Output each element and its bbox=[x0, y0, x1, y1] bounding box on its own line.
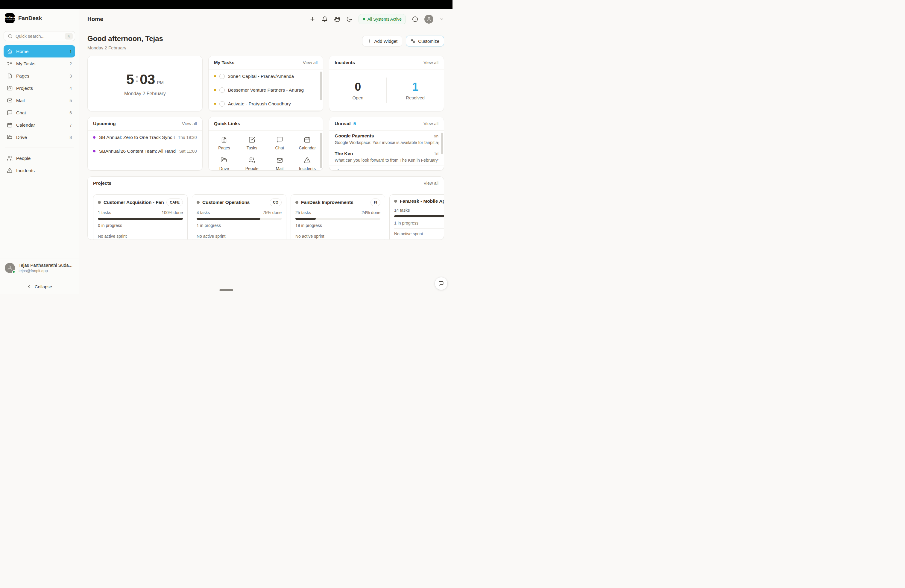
online-status-dot bbox=[12, 270, 15, 273]
notifications-button[interactable] bbox=[322, 16, 328, 22]
widget-header: Unread 5 View all bbox=[329, 117, 444, 130]
quick-link-label: People bbox=[245, 166, 259, 171]
event-row[interactable]: SBAnnual'26 Content Team: All Hands... S… bbox=[88, 144, 202, 158]
system-status-badge[interactable]: All Systems Active bbox=[359, 14, 406, 24]
message-sender: The Ken bbox=[335, 168, 353, 171]
chevron-down-icon[interactable] bbox=[440, 17, 444, 21]
incidents-stats: 0 Open 1 Resolved bbox=[329, 70, 444, 111]
priority-dot bbox=[214, 89, 216, 91]
greeting-date: Monday 2 February bbox=[87, 45, 163, 50]
sidebar-item-people[interactable]: People bbox=[3, 152, 75, 164]
quick-link-pages[interactable]: Pages bbox=[210, 133, 238, 154]
task-row[interactable]: Bessemer Venture Partners - Anurag bbox=[209, 83, 323, 97]
quick-link-label: Chat bbox=[275, 146, 284, 150]
view-all-link[interactable]: View all bbox=[424, 181, 438, 186]
project-task-count: 25 tasks bbox=[295, 210, 311, 215]
view-all-link[interactable]: View all bbox=[424, 121, 438, 126]
view-all-link[interactable]: View all bbox=[424, 60, 438, 65]
quick-link-people[interactable]: People bbox=[238, 154, 266, 171]
folder-open-icon bbox=[221, 157, 227, 164]
dark-mode-toggle[interactable] bbox=[346, 16, 352, 22]
info-button[interactable] bbox=[412, 16, 418, 22]
quick-link-calendar[interactable]: Calendar bbox=[294, 133, 321, 154]
quick-link-chat[interactable]: Chat bbox=[266, 133, 294, 154]
sidebar-item-mail[interactable]: Mail 5 bbox=[3, 94, 75, 106]
sidebar-item-count: 1 bbox=[70, 49, 72, 54]
sidebar-item-count: 7 bbox=[70, 123, 72, 127]
event-time: Thu 19:30 bbox=[178, 135, 197, 140]
quick-link-incidents[interactable]: Incidents bbox=[294, 154, 321, 171]
quick-link-label: Tasks bbox=[247, 146, 257, 150]
project-dot bbox=[197, 201, 200, 204]
project-in-progress: 1 in progress bbox=[394, 221, 444, 226]
sidebar-item-chat[interactable]: Chat 6 bbox=[3, 106, 75, 119]
sidebar-item-incidents[interactable]: Incidents bbox=[3, 164, 75, 176]
quick-link-drive[interactable]: Drive bbox=[210, 154, 238, 171]
quick-link-label: Calendar bbox=[299, 146, 316, 150]
sidebar-item-projects[interactable]: Projects 4 bbox=[3, 82, 75, 94]
project-sprint: No active sprint bbox=[197, 234, 282, 238]
quick-links-scrollbar[interactable] bbox=[320, 133, 322, 168]
sidebar-item-my-tasks[interactable]: My Tasks 2 bbox=[3, 57, 75, 70]
greeting-row: Good afternoon, Tejas Monday 2 February … bbox=[87, 35, 444, 50]
user-profile[interactable]: Tejas Parthasarathi Suda... tejas@fanpit… bbox=[0, 258, 79, 279]
view-all-link[interactable]: View all bbox=[182, 121, 197, 126]
customize-button[interactable]: Customize bbox=[406, 36, 444, 46]
task-row[interactable]: BoldCap - Sathya N.S bbox=[209, 111, 323, 111]
account-avatar[interactable] bbox=[424, 15, 433, 24]
widget-title: Projects bbox=[93, 181, 111, 186]
quick-link-mail[interactable]: Mail bbox=[266, 154, 294, 171]
project-card[interactable]: FanDesk - Mobile App 14 tasks 1 in progr… bbox=[389, 194, 444, 240]
bottom-drawer-handle[interactable] bbox=[220, 289, 233, 291]
unread-scrollbar[interactable] bbox=[441, 133, 443, 154]
task-checkbox[interactable] bbox=[219, 101, 225, 106]
widget-title: Quick Links bbox=[214, 121, 240, 126]
header-actions: All Systems Active bbox=[310, 14, 444, 24]
users-icon bbox=[7, 156, 13, 161]
message-sender: The Ken bbox=[335, 151, 353, 156]
open-label: Open bbox=[352, 95, 363, 100]
chat-bubble-icon bbox=[7, 110, 13, 116]
tasks-scrollbar[interactable] bbox=[320, 72, 322, 100]
calendar-icon bbox=[7, 122, 13, 128]
view-all-link[interactable]: View all bbox=[303, 60, 318, 65]
project-card[interactable]: FanDesk Improvements FI 25 tasks 24% don… bbox=[291, 194, 385, 240]
progress-bar bbox=[394, 215, 444, 217]
info-icon bbox=[412, 16, 418, 22]
sidebar-item-label: Pages bbox=[16, 73, 29, 79]
project-card[interactable]: Customer Acquisition - Fanp... CAFE 1 ta… bbox=[93, 194, 187, 240]
whats-new-button[interactable] bbox=[334, 16, 340, 22]
user-email: tejas@fanpit.app bbox=[19, 269, 72, 273]
project-sprint: No active sprint bbox=[394, 231, 444, 236]
progress-fill bbox=[394, 215, 444, 217]
add-widget-button[interactable]: Add Widget bbox=[362, 36, 403, 46]
collapse-button[interactable]: Collapse bbox=[0, 279, 79, 294]
sidebar-item-drive[interactable]: Drive 8 bbox=[3, 131, 75, 143]
message-row[interactable]: The Ken 1d What can you look forward to … bbox=[329, 148, 444, 166]
message-row[interactable]: Google Payments 9h Google Workspace: You… bbox=[329, 130, 444, 148]
event-row[interactable]: SB Annual: Zero to One Track Sync Up Thu… bbox=[88, 130, 202, 144]
main-area: Home All Systems Active Good afternoon, … bbox=[79, 9, 452, 294]
task-row[interactable]: 3one4 Capital - Pranav/Amanda bbox=[209, 70, 323, 83]
project-sprint: No active sprint bbox=[98, 234, 183, 238]
sidebar-item-calendar[interactable]: Calendar 7 bbox=[3, 119, 75, 131]
quick-link-label: Mail bbox=[276, 166, 283, 171]
task-row[interactable]: Activate - Pratyush Choudhury bbox=[209, 97, 323, 111]
add-button[interactable] bbox=[310, 16, 316, 22]
feedback-chat-button[interactable] bbox=[435, 277, 448, 290]
task-checkbox[interactable] bbox=[219, 87, 225, 93]
sidebar-item-home[interactable]: Home 1 bbox=[3, 45, 75, 57]
quick-link-tasks[interactable]: Tasks bbox=[238, 133, 266, 154]
sidebar-item-pages[interactable]: Pages 3 bbox=[3, 70, 75, 82]
project-card[interactable]: Customer Operations CO 4 tasks 75% done … bbox=[192, 194, 286, 240]
person-icon bbox=[427, 16, 432, 22]
plus-icon bbox=[310, 16, 316, 22]
quick-link-label: Drive bbox=[219, 166, 229, 171]
message-row[interactable]: The Ken 1d bbox=[329, 166, 444, 171]
task-checkbox[interactable] bbox=[219, 74, 225, 79]
priority-dot bbox=[214, 103, 216, 105]
dashboard-actions: Add Widget Customize bbox=[362, 36, 444, 46]
quick-search-input[interactable]: Quick search... K bbox=[3, 31, 75, 41]
message-time: 1d bbox=[434, 151, 438, 156]
resolved-count: 1 bbox=[412, 81, 418, 94]
